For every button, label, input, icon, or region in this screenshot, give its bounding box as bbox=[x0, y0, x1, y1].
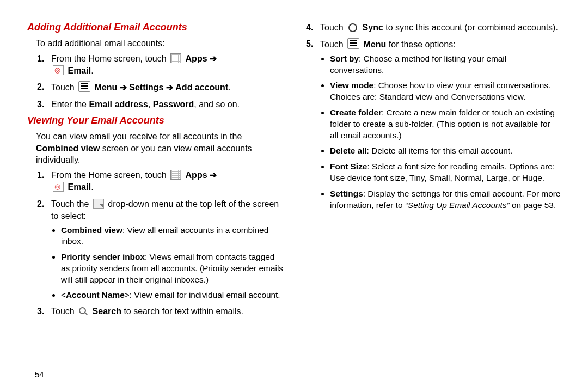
text: for these options: bbox=[389, 40, 456, 49]
step-3: Enter the Email address, Password, and s… bbox=[51, 99, 283, 111]
steps-right: Touch Sync to sync this account (or comb… bbox=[305, 22, 561, 211]
sync-icon bbox=[347, 23, 358, 33]
text: Touch bbox=[51, 83, 77, 92]
bold: Priority sender inbox bbox=[61, 252, 145, 261]
r-step-4: Touch Sync to sync this account (or comb… bbox=[320, 22, 561, 34]
dropdown-icon bbox=[93, 199, 104, 209]
menu-label: Menu bbox=[95, 83, 118, 92]
page-number: 54 bbox=[35, 370, 44, 379]
option-combined: Combined view: View all email accounts i… bbox=[61, 225, 283, 248]
text: Touch the bbox=[51, 199, 91, 209]
bold: Delete all bbox=[330, 146, 367, 155]
right-column: Touch Sync to sync this account (or comb… bbox=[305, 22, 561, 392]
bold: Combined view bbox=[61, 225, 122, 235]
text: , bbox=[148, 100, 153, 109]
bold: View mode bbox=[330, 81, 373, 90]
apps-icon bbox=[170, 53, 181, 63]
menu-icon bbox=[347, 38, 359, 49]
text: , and so on. bbox=[194, 100, 240, 109]
steps-adding: From the Home screen, touch Apps ➔ Email… bbox=[36, 53, 283, 111]
arrow-icon: ➔ bbox=[166, 83, 173, 92]
step-1: From the Home screen, touch Apps ➔ Email… bbox=[51, 53, 283, 77]
email-label: Email bbox=[68, 66, 91, 75]
bold: Create folder bbox=[330, 108, 382, 117]
text: >: View email for individual email accou… bbox=[125, 290, 280, 299]
arrow-icon: ➔ bbox=[120, 83, 127, 92]
bold: Email address bbox=[89, 100, 148, 109]
r-step-5: Touch Menu for these options: Sort by: C… bbox=[320, 38, 561, 211]
arrow-icon: ➔ bbox=[210, 170, 217, 180]
menu-label: Menu bbox=[364, 40, 387, 49]
apps-label: Apps bbox=[186, 170, 207, 180]
opt-sortby: Sort by: Choose a method for listing you… bbox=[330, 53, 561, 76]
text: to search for text within emails. bbox=[124, 307, 243, 316]
addaccount-label: Add account bbox=[175, 83, 228, 92]
menu-icon bbox=[78, 81, 90, 92]
steps-viewing: From the Home screen, touch Apps ➔ Email… bbox=[36, 169, 283, 318]
heading-viewing: Viewing Your Email Accounts bbox=[27, 115, 283, 126]
heading-adding: Adding Additional Email Accounts bbox=[27, 22, 283, 33]
bold: Password bbox=[153, 100, 194, 109]
text: to sync this account (or combined accoun… bbox=[385, 23, 558, 32]
apps-label: Apps bbox=[186, 54, 207, 63]
search-label: Search bbox=[93, 307, 121, 316]
email-label: Email bbox=[68, 182, 91, 192]
sync-label: Sync bbox=[363, 23, 383, 32]
step-2: Touch Menu ➔ Settings ➔ Add account. bbox=[51, 81, 283, 94]
text: < bbox=[61, 290, 66, 299]
opt-fontsize: Font Size: Select a font size for readin… bbox=[330, 161, 561, 184]
bold: Account Name bbox=[66, 290, 125, 299]
option-account: <Account Name>: View email for individua… bbox=[61, 290, 283, 301]
apps-icon bbox=[170, 170, 181, 180]
manual-page: Adding Additional Email Accounts To add … bbox=[0, 0, 588, 392]
text: Touch bbox=[320, 40, 346, 49]
v-step-2: Touch the drop-down menu at the top left… bbox=[51, 198, 283, 302]
bold: Sort by bbox=[330, 54, 359, 63]
email-icon bbox=[53, 65, 64, 75]
opt-viewmode: View mode: Choose how to view your email… bbox=[330, 80, 561, 103]
text: You can view email you receive for all a… bbox=[36, 132, 242, 141]
email-icon bbox=[53, 182, 64, 192]
text: on page 53. bbox=[510, 200, 556, 210]
intro-adding: To add additional email accounts: bbox=[36, 38, 283, 50]
text: Enter the bbox=[51, 100, 89, 109]
option-priority: Priority sender inbox: Views email from … bbox=[61, 252, 283, 285]
view-options: Combined view: View all email accounts i… bbox=[51, 225, 283, 302]
text: Touch bbox=[51, 307, 77, 316]
text: : Delete all items for this email accoun… bbox=[367, 146, 513, 155]
v-step-3: Touch Search to search for text within e… bbox=[51, 305, 283, 317]
opt-settings: Settings: Display the settings for this … bbox=[330, 188, 561, 211]
bold: Settings bbox=[330, 189, 363, 198]
bold: Combined view bbox=[36, 144, 100, 153]
xref: “Setting Up Email Accounts” bbox=[405, 200, 510, 210]
menu-options: Sort by: Choose a method for listing you… bbox=[320, 53, 561, 211]
opt-deleteall: Delete all: Delete all items for this em… bbox=[330, 145, 561, 157]
text: Touch bbox=[320, 23, 346, 32]
text: From the Home screen, touch bbox=[51, 170, 169, 180]
arrow-icon: ➔ bbox=[210, 54, 217, 63]
intro-viewing: You can view email you receive for all a… bbox=[36, 131, 283, 166]
left-column: Adding Additional Email Accounts To add … bbox=[27, 22, 283, 392]
text: From the Home screen, touch bbox=[51, 54, 169, 63]
bold: Font Size bbox=[330, 162, 367, 171]
v-step-1: From the Home screen, touch Apps ➔ Email… bbox=[51, 169, 283, 194]
opt-createfolder: Create folder: Create a new main folder … bbox=[330, 107, 561, 141]
settings-label: Settings bbox=[129, 83, 163, 92]
search-icon bbox=[78, 307, 88, 316]
